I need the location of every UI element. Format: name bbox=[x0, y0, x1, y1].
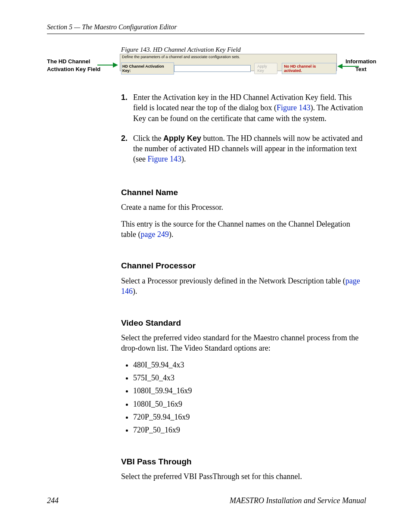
figure-screenshot-panel: Define the parameters of a channel and a… bbox=[120, 54, 337, 71]
figure-link[interactable]: Figure 143 bbox=[147, 155, 181, 163]
section-heading: VBI Pass Through bbox=[121, 456, 364, 467]
figure-link[interactable]: Figure 143 bbox=[277, 103, 311, 112]
list-item: 480I_59.94_4x3 bbox=[133, 360, 364, 370]
ui-element-name: Apply Key bbox=[163, 134, 201, 143]
numbered-step: 1. Enter the Activation key in the HD Ch… bbox=[121, 92, 364, 124]
section-heading: Channel Processor bbox=[121, 260, 364, 271]
text-run: ). bbox=[133, 287, 137, 296]
page-number: 244 bbox=[47, 496, 59, 505]
arrow-right-icon bbox=[97, 62, 119, 68]
numbered-step: 2. Click the Apply Key button. The HD ch… bbox=[121, 133, 364, 165]
paragraph: This entry is the source for the Channel… bbox=[121, 219, 364, 240]
list-item: 720P_59.94_16x9 bbox=[133, 412, 364, 422]
bullet-list: 480I_59.94_4x3 575I_50_4x3 1080I_59.94_1… bbox=[121, 360, 364, 436]
paragraph: Select the preferred VBI PassThrough set… bbox=[121, 471, 364, 482]
step-number: 1. bbox=[121, 92, 133, 124]
figure-right-callout: Information Text bbox=[346, 58, 377, 73]
activation-key-input[interactable] bbox=[174, 65, 251, 72]
step-number: 2. bbox=[121, 133, 133, 165]
list-item: 575I_50_4x3 bbox=[133, 373, 364, 383]
activation-status-text: No HD channel is activated. bbox=[282, 63, 336, 74]
figure-caption: Figure 143. HD Channel Activation Key Fi… bbox=[121, 46, 241, 53]
paragraph: Select the preferred video standard for … bbox=[121, 333, 364, 354]
running-header: Section 5 — The Maestro Configuration Ed… bbox=[47, 23, 177, 31]
footer-title: MAESTRO Installation and Service Manual bbox=[230, 496, 366, 505]
text-run: Select a Processor previously defined in… bbox=[121, 277, 346, 285]
list-item: 1080I_50_16x9 bbox=[133, 399, 364, 409]
activation-key-label: HD Channel Activation Key: bbox=[121, 62, 174, 75]
apply-key-button[interactable]: Apply Key bbox=[254, 63, 277, 74]
body-content: 1. Enter the Activation key in the HD Ch… bbox=[121, 92, 364, 488]
text-run: ). bbox=[181, 155, 186, 163]
list-item: 720P_50_16x9 bbox=[133, 425, 364, 435]
step-text: Enter the Activation key in the HD Chann… bbox=[133, 92, 364, 124]
header-rule bbox=[47, 34, 364, 34]
text-run: Click the bbox=[133, 134, 163, 143]
page-link[interactable]: page 249 bbox=[140, 230, 168, 239]
figure-left-callout: The HD Channel Activation Key Field bbox=[47, 58, 100, 73]
callout-line: Activation Key Field bbox=[47, 66, 100, 72]
paragraph: Create a name for this Processor. bbox=[121, 202, 364, 212]
step-text: Click the Apply Key button. The HD chann… bbox=[133, 133, 364, 165]
callout-line: The HD Channel bbox=[47, 58, 90, 65]
text-run: ). bbox=[169, 230, 174, 239]
paragraph: Select a Processor previously defined in… bbox=[121, 276, 364, 297]
callout-line: Text bbox=[355, 66, 367, 72]
callout-line: Information bbox=[346, 58, 377, 65]
section-heading: Video Standard bbox=[121, 317, 364, 329]
section-heading: Channel Name bbox=[121, 187, 364, 198]
list-item: 1080I_59.94_16x9 bbox=[133, 386, 364, 396]
panel-description: Define the parameters of a channel and a… bbox=[122, 55, 240, 59]
